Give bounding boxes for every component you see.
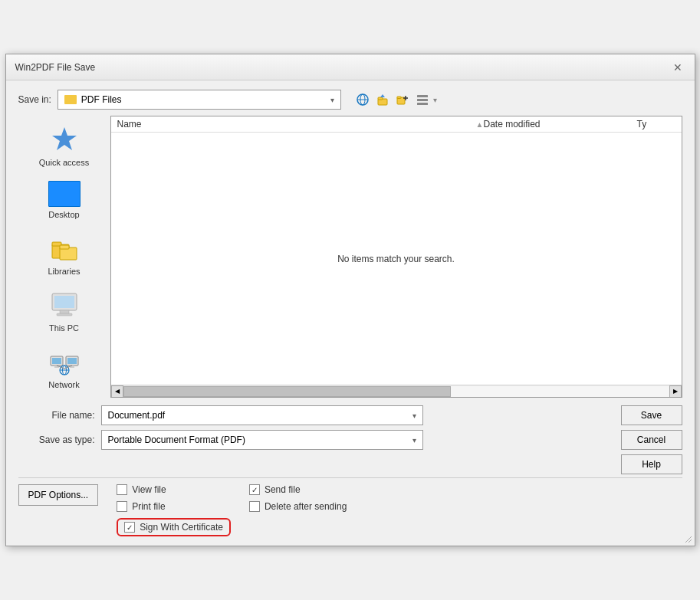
resize-handle[interactable] <box>682 533 692 543</box>
save-as-type-value: Portable Document Format (PDF) <box>108 434 245 445</box>
save-button[interactable]: Save <box>621 405 682 425</box>
new-folder-button[interactable] <box>393 90 412 109</box>
svg-rect-23 <box>52 358 61 364</box>
main-area: Quick access Desktop <box>18 116 682 398</box>
sidebar-item-this-pc[interactable]: This PC <box>26 284 103 338</box>
bottom-row: PDF Options... View file Print file Sign… <box>18 477 682 536</box>
view-dropdown-arrow[interactable]: ▾ <box>433 96 437 104</box>
dropdown-arrow-icon: ▾ <box>330 96 334 104</box>
svg-rect-7 <box>397 97 401 99</box>
sort-name-button[interactable]: ▲ <box>476 120 484 129</box>
empty-message: No items match your search. <box>337 254 455 264</box>
svg-rect-19 <box>54 296 74 308</box>
quick-access-icon <box>49 124 80 155</box>
save-as-type-dropdown[interactable]: Portable Document Format (PDF) ▾ <box>101 430 423 450</box>
print-file-label[interactable]: Print file <box>132 501 165 512</box>
desktop-icon <box>48 181 81 207</box>
title-bar: Win2PDF File Save ✕ <box>6 54 695 80</box>
sign-with-cert-row: Sign With Certificate <box>117 518 231 536</box>
sidebar-item-label: Libraries <box>48 267 80 276</box>
sidebar-item-quick-access[interactable]: Quick access <box>26 119 103 172</box>
file-list-container: Name ▲ Date modified Ty No items match y… <box>110 116 682 398</box>
delete-after-sending-row: Delete after sending <box>249 501 347 512</box>
print-file-row: Print file <box>117 501 231 512</box>
sidebar-item-label: This PC <box>49 323 79 333</box>
svg-rect-20 <box>60 310 69 313</box>
send-file-checkbox[interactable] <box>249 484 260 495</box>
scrollbar-track[interactable] <box>123 386 669 397</box>
scroll-right-button[interactable]: ▶ <box>669 385 682 398</box>
view-file-label[interactable]: View file <box>132 484 166 495</box>
svg-rect-10 <box>417 95 428 97</box>
print-file-checkbox[interactable] <box>117 501 127 512</box>
cancel-button[interactable]: Cancel <box>621 430 682 450</box>
checkboxes-col-1: View file Print file Sign With Certifica… <box>117 484 231 536</box>
folder-icon <box>64 95 77 104</box>
sidebar-item-libraries[interactable]: Libraries <box>26 228 103 281</box>
libraries-icon <box>49 233 80 264</box>
up-folder-button[interactable] <box>373 90 392 109</box>
checkboxes-col-2: Send file Delete after sending <box>249 484 347 512</box>
file-name-input[interactable]: Document.pdf ▾ <box>101 405 423 425</box>
sidebar-item-desktop[interactable]: Desktop <box>26 175 103 225</box>
scrollbar-area: ◀ ▶ <box>111 385 682 397</box>
sign-with-cert-checkbox[interactable] <box>124 522 135 533</box>
delete-after-sending-checkbox[interactable] <box>249 501 260 512</box>
svg-marker-5 <box>380 94 385 97</box>
file-name-dropdown-arrow: ▾ <box>412 411 416 420</box>
svg-rect-17 <box>60 245 69 249</box>
toolbar-icons: ▾ <box>353 90 437 109</box>
sidebar-item-label: Quick access <box>39 158 89 167</box>
svg-line-33 <box>685 536 692 543</box>
file-name-label: File name: <box>18 410 95 421</box>
sidebar-item-label: Network <box>48 380 79 389</box>
file-name-row: File name: Document.pdf ▾ <box>18 405 612 425</box>
dialog-body: Save in: PDF Files ▾ <box>6 80 695 546</box>
save-as-type-arrow-icon: ▾ <box>412 436 416 444</box>
sidebar-item-label: Desktop <box>48 210 79 219</box>
sign-with-cert-label[interactable]: Sign With Certificate <box>140 522 223 533</box>
save-as-type-label: Save as type: <box>18 434 95 445</box>
save-in-dropdown[interactable]: PDF Files ▾ <box>58 90 341 110</box>
send-file-label[interactable]: Send file <box>265 484 301 495</box>
nav-back-button[interactable] <box>353 90 372 109</box>
this-pc-icon <box>49 290 80 320</box>
svg-rect-4 <box>378 97 383 100</box>
scrollbar-thumb[interactable] <box>123 386 451 397</box>
save-in-label: Save in: <box>18 94 51 105</box>
delete-after-sending-label[interactable]: Delete after sending <box>265 501 347 512</box>
svg-rect-11 <box>417 99 428 101</box>
view-file-checkbox[interactable] <box>117 484 127 495</box>
col-type-header: Ty <box>637 119 647 130</box>
action-buttons: Save Cancel Help <box>621 405 682 474</box>
scroll-left-button[interactable]: ◀ <box>111 385 123 398</box>
svg-rect-26 <box>67 358 77 364</box>
svg-line-34 <box>688 539 692 543</box>
folder-name: PDF Files <box>81 94 122 105</box>
sidebar: Quick access Desktop <box>18 116 110 398</box>
network-icon <box>49 346 80 377</box>
file-list-body: No items match your search. <box>111 133 682 385</box>
svg-marker-13 <box>52 127 77 150</box>
send-file-row: Send file <box>249 484 347 495</box>
svg-rect-21 <box>57 313 72 316</box>
pdf-options-button[interactable]: PDF Options... <box>18 484 99 506</box>
view-file-row: View file <box>117 484 231 495</box>
file-list-columns: Name ▲ Date modified Ty <box>111 116 682 133</box>
view-options-button[interactable] <box>413 90 432 109</box>
save-in-row: Save in: PDF Files ▾ <box>18 90 682 110</box>
close-button[interactable]: ✕ <box>670 60 685 75</box>
col-name-header: Name <box>117 119 473 130</box>
dialog-window: Win2PDF File Save ✕ Save in: PDF Files ▾ <box>5 54 695 546</box>
fields-col: File name: Document.pdf ▾ Save as type: … <box>18 405 612 454</box>
save-as-type-row: Save as type: Portable Document Format (… <box>18 430 612 450</box>
dialog-title: Win2PDF File Save <box>15 62 96 73</box>
fields-actions-row: File name: Document.pdf ▾ Save as type: … <box>18 405 682 474</box>
sidebar-item-network[interactable]: Network <box>26 341 103 395</box>
file-name-value: Document.pdf <box>108 410 166 421</box>
col-date-header: Date modified <box>484 119 541 130</box>
svg-rect-12 <box>417 103 428 105</box>
help-button[interactable]: Help <box>621 454 682 474</box>
